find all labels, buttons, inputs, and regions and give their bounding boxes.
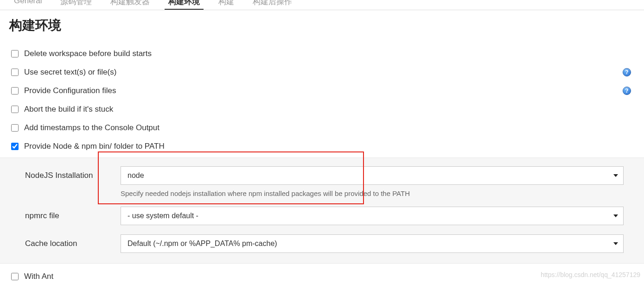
build-env-options: Delete workspace before build starts Use… (0, 41, 644, 281)
checkbox-use-secret[interactable] (11, 69, 19, 76)
label-provide-config[interactable]: Provide Configuration files (24, 86, 116, 95)
label-delete-workspace[interactable]: Delete workspace before build starts (24, 49, 152, 58)
label-add-timestamps[interactable]: Add timestamps to the Console Output (24, 123, 159, 132)
option-add-timestamps: Add timestamps to the Console Output (11, 119, 635, 137)
select-value-nodejs-installation: node (121, 166, 624, 185)
label-provide-node[interactable]: Provide Node & npm bin/ folder to PATH (24, 142, 165, 151)
tab-general[interactable]: General (11, 0, 45, 6)
label-cache-location: Cache location (25, 239, 121, 248)
select-value-cache-location: Default (~/.npm or %APP_DATA% pm-cache) (121, 234, 624, 253)
option-provide-node: Provide Node & npm bin/ folder to PATH (11, 137, 635, 156)
option-abort-stuck: Abort the build if it's stuck (11, 100, 635, 119)
checkbox-provide-config[interactable] (11, 87, 19, 95)
checkbox-provide-node[interactable] (11, 143, 19, 150)
option-delete-workspace: Delete workspace before build starts (11, 44, 635, 63)
option-use-secret: Use secret text(s) or file(s) ? (11, 63, 635, 82)
label-npmrc-file: npmrc file (25, 211, 121, 221)
section-title: 构建环境 (0, 10, 644, 41)
row-nodejs-installation: NodeJS Installation node (25, 166, 624, 185)
config-tabs: General 源码管理 构建触发器 构建环境 构建 构建后操作 (0, 0, 644, 10)
label-with-ant[interactable]: With Ant (24, 272, 53, 281)
tab-build-env[interactable]: 构建环境 (166, 0, 203, 6)
label-nodejs-installation: NodeJS Installation (25, 171, 121, 180)
help-icon[interactable]: ? (623, 87, 631, 95)
tab-triggers[interactable]: 构建触发器 (108, 0, 153, 6)
option-with-ant: With Ant (11, 267, 635, 281)
checkbox-with-ant[interactable] (11, 273, 19, 280)
tab-scm[interactable]: 源码管理 (57, 0, 95, 6)
checkbox-delete-workspace[interactable] (11, 50, 19, 57)
select-nodejs-installation[interactable]: node (121, 166, 624, 185)
select-cache-location[interactable]: Default (~/.npm or %APP_DATA% pm-cache) (121, 234, 624, 253)
checkbox-abort-stuck[interactable] (11, 106, 19, 113)
checkbox-add-timestamps[interactable] (11, 124, 19, 132)
label-abort-stuck[interactable]: Abort the build if it's stuck (24, 105, 113, 114)
select-npmrc-file[interactable]: - use system default - (121, 207, 624, 225)
label-use-secret[interactable]: Use secret text(s) or file(s) (24, 68, 116, 77)
help-icon[interactable]: ? (623, 68, 631, 76)
node-config-panel: NodeJS Installation node Specify needed … (0, 158, 644, 264)
tab-post-build[interactable]: 构建后操作 (250, 0, 295, 6)
option-provide-config: Provide Configuration files ? (11, 82, 635, 100)
help-text-nodejs: Specify needed nodejs installation where… (121, 189, 624, 197)
select-value-npmrc-file: - use system default - (121, 207, 624, 225)
row-cache-location: Cache location Default (~/.npm or %APP_D… (25, 234, 624, 253)
tab-build[interactable]: 构建 (216, 0, 237, 6)
row-npmrc-file: npmrc file - use system default - (25, 207, 624, 225)
